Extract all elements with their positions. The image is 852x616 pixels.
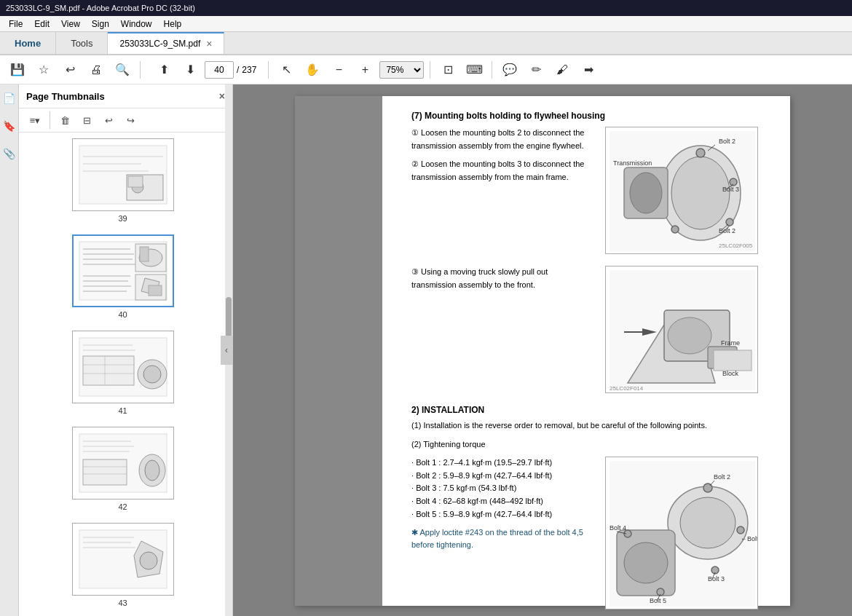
- page-thumbnails-icon[interactable]: 📄: [1, 90, 17, 106]
- svg-text:Bolt 3: Bolt 3: [722, 186, 739, 193]
- forward-button[interactable]: ➡: [577, 58, 600, 82]
- diagram-3: Bolt 2 Bolt 4 ←Bolt 1 Bolt 3 Bolt 5: [605, 457, 758, 609]
- bolt-item-3: Bolt 3 : 7.5 kgf·m (54.3 lbf·ft): [411, 482, 593, 495]
- bolt-item-1: Bolt 1 : 2.7–4.1 kgf·m (19.5–29.7 lbf·ft…: [411, 457, 593, 470]
- sidebar-menu-button[interactable]: ≡▾: [25, 111, 45, 129]
- thumbnail-39[interactable]: 39: [25, 138, 221, 223]
- page-text-content: (7) Mounting bolts holding to flywheel h…: [411, 111, 776, 609]
- menu-help[interactable]: Help: [158, 17, 188, 31]
- svg-point-51: [726, 218, 733, 226]
- title-bar: 253033LC-9_SM.pdf - Adobe Acrobat Pro DC…: [0, 0, 852, 16]
- page-down-button[interactable]: ⬇: [178, 58, 202, 82]
- title-text: 253033LC-9_SM.pdf - Adobe Acrobat Pro DC…: [6, 4, 195, 12]
- svg-rect-6: [128, 176, 143, 187]
- svg-point-49: [696, 149, 705, 157]
- separator-4: [492, 61, 492, 79]
- svg-point-30: [143, 366, 161, 383]
- sidebar-scrollbar-thumb[interactable]: [226, 297, 232, 341]
- tab-bar: Home Tools 253033LC-9_SM.pdf ×: [0, 32, 852, 55]
- svg-rect-25: [83, 356, 134, 385]
- toolbar: 💾 ☆ ↩ 🖨 🔍 ⬆ ⬇ / 237 ↖ ✋ − + 75% 100% 125…: [0, 55, 852, 84]
- bolt-list: Bolt 1 : 2.7–4.1 kgf·m (19.5–29.7 lbf·ft…: [411, 457, 593, 521]
- svg-rect-68: [714, 350, 752, 371]
- svg-text:Bolt 3: Bolt 3: [708, 575, 725, 583]
- svg-text:Frame: Frame: [721, 339, 740, 347]
- thumbnail-42[interactable]: 42: [25, 427, 221, 511]
- sidebar-thumbnails[interactable]: 39: [19, 133, 232, 616]
- menu-file[interactable]: File: [3, 17, 28, 31]
- thumb-label-42: 42: [118, 502, 127, 511]
- hand-tool-button[interactable]: ✋: [301, 58, 324, 82]
- tab-tools[interactable]: Tools: [56, 32, 108, 54]
- brush-button[interactable]: 🖌: [551, 58, 574, 82]
- section-7-title: (7) Mounting bolts holding to flywheel h…: [411, 111, 776, 121]
- main-layout: 📄 🔖 📎 Page Thumbnails × ≡▾ 🗑 ⊟ ↩ ↪: [0, 84, 852, 616]
- select-tool-button[interactable]: ↖: [275, 58, 298, 82]
- step-3-wrapper: ③ Using a moving truck slowly pull out t…: [411, 266, 593, 393]
- section-7-step3: ③ Using a moving truck slowly pull out t…: [411, 266, 776, 393]
- bolt-item-4: Bolt 4 : 62–68 kgf·m (448–492 lbf·ft): [411, 495, 593, 508]
- menu-view[interactable]: View: [55, 17, 86, 31]
- svg-point-66: [668, 317, 711, 354]
- section-installation: 2) INSTALLATION (1) Installation is the …: [411, 405, 776, 609]
- zoom-in-button[interactable]: +: [353, 58, 376, 82]
- page-separator: /: [237, 65, 239, 75]
- installation-title: 2) INSTALLATION: [411, 405, 776, 415]
- pen-button[interactable]: ✏: [524, 58, 548, 82]
- sidebar-reduce-button[interactable]: ⊟: [76, 111, 97, 129]
- total-pages: 237: [242, 65, 256, 75]
- svg-text:25LC02F014: 25LC02F014: [610, 385, 644, 392]
- section-7: (7) Mounting bolts holding to flywheel h…: [411, 111, 776, 254]
- sidebar-undo-button[interactable]: ↩: [98, 111, 119, 129]
- diagram-2-container: Frame Block 25LC02F014: [605, 266, 758, 393]
- keyboard-button[interactable]: ⌨: [462, 58, 486, 82]
- tab-home[interactable]: Home: [0, 32, 56, 54]
- thumbnail-40[interactable]: 40: [25, 234, 221, 319]
- bookmark-button[interactable]: ☆: [32, 58, 55, 82]
- back-button[interactable]: ↩: [58, 58, 82, 82]
- svg-text:Bolt 2: Bolt 2: [714, 473, 730, 481]
- menu-edit[interactable]: Edit: [28, 17, 55, 31]
- sidebar-icon-strip: 📄 🔖 📎: [0, 84, 19, 616]
- bookmarks-icon[interactable]: 🔖: [1, 118, 17, 134]
- sidebar-scroll-arrow[interactable]: ‹: [221, 336, 232, 365]
- svg-text:←Bolt 1: ←Bolt 1: [741, 535, 758, 542]
- sidebar-redo-button[interactable]: ↪: [120, 111, 141, 129]
- fit-page-button[interactable]: ⊡: [436, 58, 459, 82]
- bolt-item-2: Bolt 2 : 5.9–8.9 kgf·m (42.7–64.4 lbf·ft…: [411, 470, 593, 483]
- comment-button[interactable]: 💬: [498, 58, 521, 82]
- gray-column: [295, 96, 382, 606]
- separator-3: [430, 61, 430, 79]
- zoom-select[interactable]: 75% 100% 125% 50%: [379, 61, 424, 79]
- svg-text:Bolt 2: Bolt 2: [719, 227, 735, 234]
- menu-bar: File Edit View Sign Window Help: [0, 16, 852, 32]
- menu-window[interactable]: Window: [115, 17, 158, 31]
- tab-close-button[interactable]: ×: [206, 38, 212, 50]
- page-up-button[interactable]: ⬆: [152, 58, 175, 82]
- thumbnail-41[interactable]: 41: [25, 331, 221, 415]
- svg-rect-17: [149, 285, 162, 296]
- attachments-icon[interactable]: 📎: [1, 146, 17, 162]
- install-step-1: (1) Installation is the reverse order to…: [411, 419, 776, 433]
- menu-sign[interactable]: Sign: [86, 17, 115, 31]
- svg-text:Block: Block: [722, 370, 739, 377]
- page-input[interactable]: [205, 61, 234, 79]
- search-button[interactable]: 🔍: [111, 58, 134, 82]
- print-button[interactable]: 🖨: [84, 58, 108, 82]
- content-area: (7) Mounting bolts holding to flywheel h…: [233, 84, 852, 616]
- sidebar-close-button[interactable]: ×: [219, 90, 225, 102]
- tab-document[interactable]: 253033LC-9_SM.pdf ×: [108, 32, 224, 54]
- thumb-label-39: 39: [118, 214, 127, 223]
- zoom-out-button[interactable]: −: [327, 58, 350, 82]
- page-navigation: ⬆ ⬇ / 237: [152, 58, 256, 82]
- bolt-list-wrapper: Bolt 1 : 2.7–4.1 kgf·m (19.5–29.7 lbf·ft…: [411, 457, 593, 609]
- bolt-item-5: Bolt 5 : 5.9–8.9 kgf·m (42.7–64.4 lbf·ft…: [411, 508, 593, 521]
- thumbnail-43[interactable]: 43: [25, 523, 221, 607]
- sidebar-delete-button[interactable]: 🗑: [55, 111, 75, 129]
- sidebar-title: Page Thumbnails: [26, 91, 105, 102]
- svg-point-48: [671, 157, 730, 229]
- sidebar-header: Page Thumbnails ×: [19, 84, 232, 108]
- content-wrapper[interactable]: (7) Mounting bolts holding to flywheel h…: [233, 84, 852, 616]
- pdf-page: (7) Mounting bolts holding to flywheel h…: [295, 96, 790, 606]
- save-button[interactable]: 💾: [6, 58, 29, 82]
